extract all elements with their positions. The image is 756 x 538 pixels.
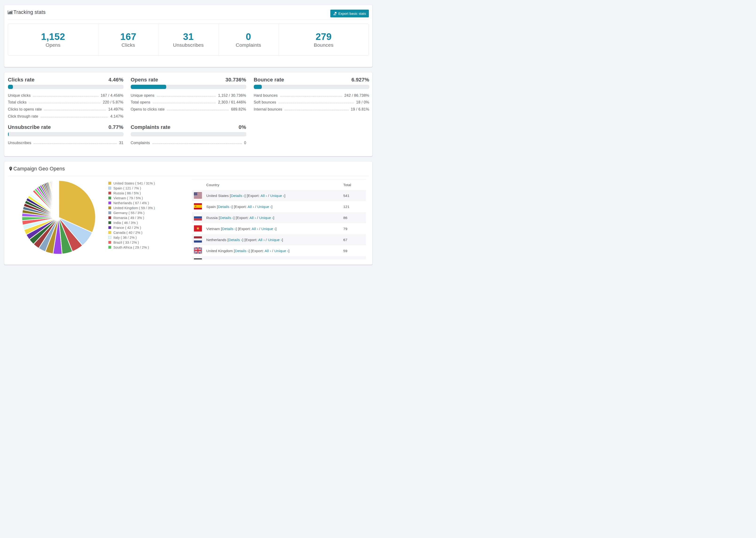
details-link[interactable]: Details › — [222, 227, 236, 231]
export-unique-link[interactable]: Unique › — [257, 205, 271, 209]
rate-block-complaints-rate: Complaints rate0%Complaints0 — [131, 124, 246, 145]
export-unique-link[interactable]: Unique › — [261, 227, 275, 231]
details-link[interactable]: Details › — [220, 216, 234, 220]
metric-row: Click through rate4.147% — [8, 112, 124, 119]
country-column-header: Country — [192, 180, 343, 190]
legend-swatch — [108, 231, 111, 234]
export-unique-link[interactable]: Unique › — [270, 194, 284, 198]
export-icon — [333, 12, 337, 15]
stat-opens: 1,152Opens — [8, 24, 98, 55]
geo-table-row-us: United States [Details ›] [Export: All ›… — [192, 190, 366, 201]
metric-value: 19 / 6.81% — [351, 107, 369, 112]
legend-item-france[interactable]: France ( 42 / 2% ) — [108, 225, 155, 230]
tracking-stats-summary: 1,152Opens167Clicks31Unsubscribes0Compla… — [8, 24, 369, 56]
legend-swatch — [108, 226, 111, 229]
details-link[interactable]: Details › — [229, 238, 242, 242]
dotted-leader — [167, 110, 229, 110]
legend-swatch — [108, 236, 111, 239]
legend-item-brazil[interactable]: Brazil ( 33 / 2% ) — [108, 240, 155, 245]
rate-head: Bounce rate6.927% — [254, 77, 369, 83]
rate-block-opens-rate: Opens rate30.736%Unique opens1,152 / 30.… — [131, 77, 246, 112]
total-cell: 59 — [343, 245, 366, 256]
country-cell: Russia [Details ›] [Export: All › / Uniq… — [206, 216, 274, 220]
legend-item-canada[interactable]: Canada ( 40 / 2% ) — [108, 230, 155, 235]
country-cell: United States [Details ›] [Export: All ›… — [206, 194, 286, 198]
metric-row: Total clicks220 / 5.87% — [8, 98, 124, 105]
legend-label: South Africa ( 29 / 2% ) — [113, 245, 149, 249]
metric-label: Unique opens — [131, 93, 154, 98]
dotted-leader — [280, 96, 342, 96]
stat-unsubscribes: 31Unsubscribes — [158, 24, 219, 55]
export-unique-link[interactable]: Unique › — [274, 249, 288, 253]
metric-row: Soft bounces18 / 0% — [254, 98, 369, 105]
stat-label: Complaints — [236, 42, 261, 48]
legend-item-south-africa[interactable]: South Africa ( 29 / 2% ) — [108, 245, 155, 250]
rate-block-bounce-rate: Bounce rate6.927%Hard bounces242 / 86.73… — [254, 77, 369, 112]
legend-item-netherlands[interactable]: Netherlands ( 67 / 4% ) — [108, 200, 155, 205]
stat-label: Opens — [45, 42, 60, 48]
total-cell: 541 — [343, 190, 366, 201]
progress-fill — [8, 85, 13, 89]
export-all-link[interactable]: All › — [261, 194, 267, 198]
metric-value: 167 / 4.456% — [101, 93, 124, 98]
geo-opens-pie-chart[interactable] — [18, 177, 99, 258]
geo-table-row-gb: United Kingdom [Details ›] [Export: All … — [192, 245, 366, 256]
dotted-leader — [44, 110, 106, 110]
rate-block-unsubscribe-rate: Unsubscribe rate0.77%Unsubscribes31 — [8, 124, 124, 145]
details-link[interactable]: Details › — [218, 205, 232, 209]
country-name: Vietnam — [206, 227, 220, 231]
stat-value: 0 — [246, 31, 251, 42]
geo-table: Country Total United States [Details ›] … — [192, 180, 366, 259]
legend-label: India ( 46 / 3% ) — [113, 221, 138, 225]
legend-swatch — [108, 191, 111, 194]
metric-label: Opens to clicks rate — [131, 107, 165, 112]
geo-table-row-ru: Russia [Details ›] [Export: All › / Uniq… — [192, 212, 366, 223]
legend-item-india[interactable]: India ( 46 / 3% ) — [108, 220, 155, 225]
metric-row: Unique clicks167 / 4.456% — [8, 91, 124, 98]
metric-label: Soft bounces — [254, 100, 276, 104]
dotted-leader — [284, 110, 349, 110]
metric-value: 18 / 0% — [356, 100, 369, 104]
metric-value: 4.147% — [110, 114, 123, 119]
metric-label: Unique clicks — [8, 93, 31, 98]
legend-item-vietnam[interactable]: Vietnam ( 79 / 5% ) — [108, 195, 155, 200]
progress-fill — [131, 85, 166, 89]
legend-item-spain[interactable]: Spain ( 121 / 7% ) — [108, 186, 155, 190]
country-cell: Vietnam [Details ›] [Export: All › / Uni… — [206, 227, 277, 231]
legend-item-united-states[interactable]: United States ( 541 / 31% ) — [108, 181, 155, 186]
legend-item-romania[interactable]: Romania ( 49 / 3% ) — [108, 215, 155, 220]
campaign-geo-opens-title: Campaign Geo Opens — [13, 166, 65, 172]
metric-row: Complaints0 — [131, 138, 246, 145]
details-link[interactable]: Details › — [235, 249, 249, 253]
export-all-link[interactable]: All › — [248, 205, 254, 209]
export-unique-link[interactable]: Unique › — [268, 238, 282, 242]
export-unique-link[interactable]: Unique › — [259, 216, 273, 220]
bar-chart-icon — [8, 10, 13, 14]
total-cell: 121 — [343, 201, 366, 212]
tracking-stats-card: Tracking stats Export basic stats 1,152O… — [4, 5, 373, 67]
rate-value: 0% — [239, 124, 246, 130]
metric-row: Total opens2,303 / 61.446% — [131, 98, 246, 105]
dotted-leader — [33, 143, 117, 144]
export-all-link[interactable]: All › — [252, 227, 258, 231]
geo-table-row-nl: Netherlands [Details ›] [Export: All › /… — [192, 234, 366, 245]
flag-ru-icon — [194, 214, 202, 220]
rate-block-clicks-rate: Clicks rate4.46%Unique clicks167 / 4.456… — [8, 77, 124, 119]
map-pin-icon — [9, 166, 12, 172]
export-all-link[interactable]: All › — [265, 249, 271, 253]
legend-item-germany[interactable]: Germany ( 55 / 3% ) — [108, 210, 155, 215]
legend-item-united-kingdom[interactable]: United Kingdom ( 59 / 3% ) — [108, 205, 155, 210]
progress-fill — [254, 85, 262, 89]
legend-item-russia[interactable]: Russia ( 86 / 5% ) — [108, 190, 155, 195]
rate-value: 6.927% — [351, 77, 369, 83]
export-all-link[interactable]: All › — [258, 238, 265, 242]
legend-item-italy[interactable]: Italy ( 36 / 2% ) — [108, 235, 155, 240]
export-all-link[interactable]: All › — [249, 216, 256, 220]
country-cell: Spain [Details ›] [Export: All › / Uniqu… — [206, 205, 273, 209]
details-link[interactable]: Details › — [231, 194, 244, 198]
export-basic-stats-button[interactable]: Export basic stats — [330, 10, 369, 17]
rate-value: 0.77% — [108, 124, 123, 130]
rate-title: Opens rate — [131, 77, 158, 83]
rate-value: 30.736% — [225, 77, 246, 83]
stat-label: Unsubscribes — [173, 42, 204, 48]
